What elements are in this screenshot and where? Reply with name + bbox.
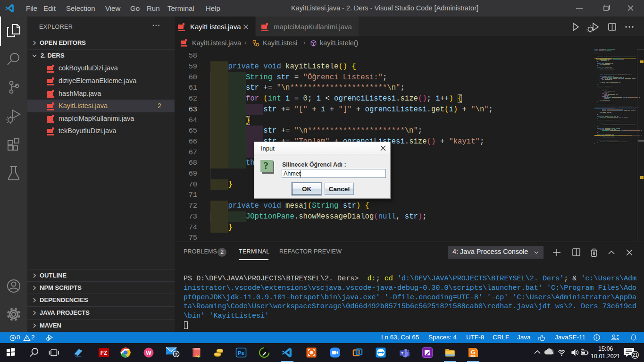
svg-text:21: 21 (632, 352, 638, 358)
svg-text:7: 7 (175, 352, 177, 357)
svg-text:+: + (197, 354, 200, 358)
svg-text:FZ: FZ (100, 350, 108, 356)
svg-text:Ps: Ps (238, 350, 244, 356)
svg-text:PDF: PDF (471, 355, 476, 358)
svg-text:W: W (146, 350, 151, 356)
svg-text:T: T (401, 351, 403, 355)
